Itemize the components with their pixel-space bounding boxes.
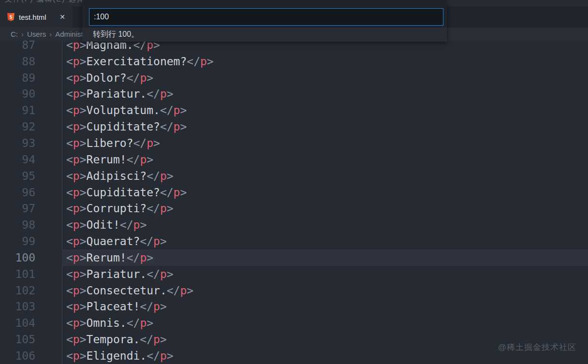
code-text: <p>Eligendi.</p> bbox=[66, 349, 174, 362]
code-line[interactable]: 92<p>Cupiditate?</p> bbox=[0, 118, 588, 135]
code-lines: 87<p>Magnam.</p>88<p>Exercitationem?</p>… bbox=[0, 41, 588, 364]
code-token-punct: > bbox=[80, 202, 87, 215]
goto-line-input[interactable] bbox=[89, 8, 443, 26]
line-number[interactable]: 95 bbox=[0, 170, 35, 182]
line-number[interactable]: 90 bbox=[0, 87, 35, 100]
code-token-punct: > bbox=[153, 137, 160, 149]
code-token-punct: < bbox=[66, 300, 73, 313]
line-number[interactable]: 92 bbox=[0, 120, 35, 133]
code-text: <p>Placeat!</p> bbox=[66, 300, 167, 313]
code-token-text: Magnam. bbox=[87, 41, 133, 51]
code-token-tag: p bbox=[73, 202, 80, 215]
code-line[interactable]: 103<p>Placeat!</p> bbox=[0, 299, 588, 315]
line-number[interactable]: 91 bbox=[0, 104, 35, 116]
code-line[interactable]: 94<p>Rerum!</p> bbox=[0, 151, 588, 168]
line-number[interactable]: 102 bbox=[0, 284, 35, 297]
code-line[interactable]: 89<p>Dolor?</p> bbox=[0, 70, 588, 86]
code-token-punct: > bbox=[80, 170, 87, 182]
code-token-punct: > bbox=[180, 104, 187, 116]
code-token-punct: < bbox=[66, 87, 73, 100]
goto-line-quick-input: 转到行 100。 bbox=[82, 0, 447, 42]
line-number[interactable]: 87 bbox=[0, 41, 35, 51]
code-token-punct: > bbox=[180, 186, 187, 199]
code-token-text: Omnis. bbox=[87, 317, 127, 329]
line-number[interactable]: 96 bbox=[0, 186, 35, 199]
line-number[interactable]: 93 bbox=[0, 137, 35, 149]
code-editor[interactable]: 87<p>Magnam.</p>88<p>Exercitationem?</p>… bbox=[0, 41, 588, 364]
line-number[interactable]: 105 bbox=[0, 333, 35, 346]
breadcrumb-item[interactable]: Administ bbox=[55, 30, 83, 38]
code-line[interactable]: 91<p>Voluptatum.</p> bbox=[0, 102, 588, 118]
line-number[interactable]: 98 bbox=[0, 218, 35, 231]
code-text: <p>Exercitationem?</p> bbox=[66, 55, 214, 68]
breadcrumb-separator: › bbox=[46, 30, 55, 38]
line-number[interactable]: 104 bbox=[0, 317, 35, 329]
code-token-punct: < bbox=[66, 55, 73, 68]
line-number[interactable]: 103 bbox=[0, 300, 35, 313]
code-text: <p>Pariatur.</p> bbox=[66, 268, 174, 280]
line-number[interactable]: 106 bbox=[0, 349, 35, 362]
code-token-tag: p bbox=[73, 104, 80, 116]
code-line[interactable]: 95<p>Adipisci?</p> bbox=[0, 168, 588, 184]
code-line[interactable]: 97<p>Corrupti?</p> bbox=[0, 200, 588, 217]
code-token-punct: > bbox=[80, 87, 87, 100]
code-line[interactable]: 88<p>Exercitationem?</p> bbox=[0, 53, 588, 70]
line-number[interactable]: 101 bbox=[0, 268, 35, 280]
code-line[interactable]: 93<p>Libero?</p> bbox=[0, 135, 588, 151]
code-token-punct: </ bbox=[147, 170, 160, 182]
code-token-punct: < bbox=[66, 317, 73, 329]
code-token-punct: </ bbox=[140, 333, 153, 346]
line-number[interactable]: 97 bbox=[0, 202, 35, 215]
line-number[interactable]: 88 bbox=[0, 55, 35, 68]
code-line[interactable]: 101<p>Pariatur.</p> bbox=[0, 266, 588, 282]
code-token-punct: </ bbox=[140, 235, 153, 248]
code-token-tag: p bbox=[73, 72, 80, 84]
code-token-punct: < bbox=[66, 72, 73, 84]
code-token-tag: p bbox=[153, 333, 160, 346]
breadcrumb-item[interactable]: C: bbox=[11, 30, 18, 38]
code-line[interactable]: 102<p>Consectetur.</p> bbox=[0, 282, 588, 299]
code-token-tag: p bbox=[140, 251, 147, 264]
code-token-punct: > bbox=[80, 284, 87, 297]
code-token-punct: < bbox=[66, 268, 73, 280]
code-line[interactable]: 98<p>Odit!</p> bbox=[0, 217, 588, 233]
code-token-punct: < bbox=[66, 235, 73, 248]
code-line[interactable]: 100<p>Rerum!</p> bbox=[0, 249, 588, 266]
code-token-text: Voluptatum. bbox=[87, 104, 160, 116]
code-token-tag: p bbox=[160, 170, 167, 182]
code-line[interactable]: 90<p>Pariatur.</p> bbox=[0, 86, 588, 102]
code-token-text: Odit! bbox=[87, 218, 120, 231]
html5-file-icon: 5 bbox=[7, 13, 15, 21]
code-token-punct: > bbox=[187, 284, 193, 297]
code-token-tag: p bbox=[200, 55, 207, 68]
line-number[interactable]: 89 bbox=[0, 72, 35, 84]
code-token-punct: > bbox=[140, 218, 147, 231]
code-token-punct: > bbox=[160, 300, 167, 313]
breadcrumb-item[interactable]: Users bbox=[27, 30, 46, 38]
code-line[interactable]: 87<p>Magnam.</p> bbox=[0, 41, 588, 53]
code-token-punct: > bbox=[167, 202, 174, 215]
code-token-punct: </ bbox=[133, 137, 147, 149]
tab-test-html[interactable]: 5 test.html ✕ bbox=[0, 6, 73, 28]
line-number[interactable]: 100 bbox=[0, 251, 35, 264]
code-token-tag: p bbox=[73, 55, 80, 68]
code-token-punct: </ bbox=[127, 251, 140, 264]
tab-close-icon[interactable]: ✕ bbox=[58, 12, 67, 22]
code-text: <p>Voluptatum.</p> bbox=[66, 104, 187, 116]
code-line[interactable]: 96<p>Cupiditate?</p> bbox=[0, 184, 588, 201]
code-token-punct: > bbox=[80, 137, 87, 149]
code-token-punct: > bbox=[160, 333, 167, 346]
line-number[interactable]: 99 bbox=[0, 235, 35, 248]
code-token-punct: > bbox=[167, 170, 174, 182]
goto-line-result-item[interactable]: 转到行 100。 bbox=[82, 28, 447, 42]
code-line[interactable]: 104<p>Omnis.</p> bbox=[0, 315, 588, 331]
code-line[interactable]: 99<p>Quaerat?</p> bbox=[0, 233, 588, 249]
code-token-text: Pariatur. bbox=[87, 268, 147, 280]
code-token-punct: < bbox=[66, 284, 73, 297]
code-token-punct: </ bbox=[147, 202, 160, 215]
line-number[interactable]: 94 bbox=[0, 153, 35, 166]
code-token-punct: </ bbox=[147, 268, 160, 280]
code-text: <p>Rerum!</p> bbox=[66, 153, 153, 166]
code-token-punct: </ bbox=[120, 218, 133, 231]
code-token-tag: p bbox=[73, 137, 80, 149]
